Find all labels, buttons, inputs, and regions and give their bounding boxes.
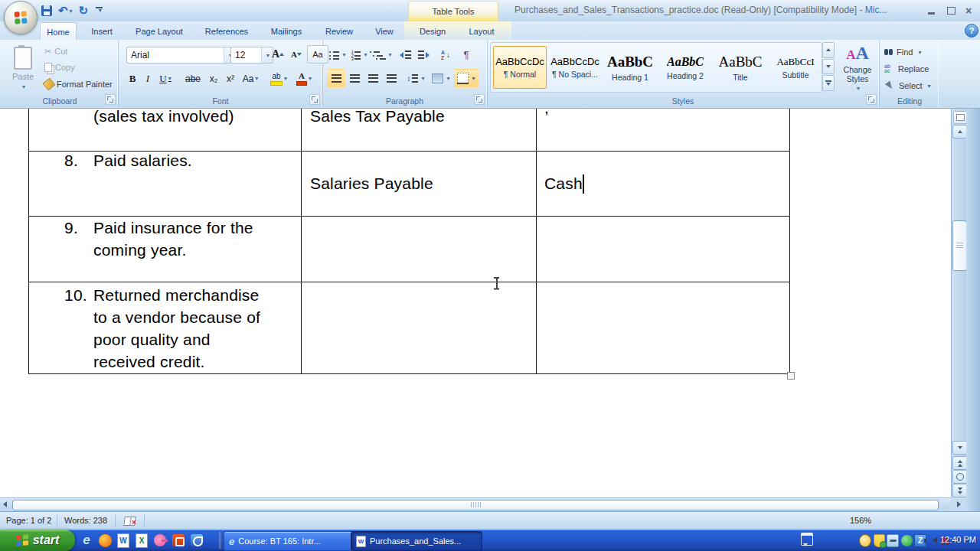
italic-button[interactable]: I: [141, 69, 155, 88]
customize-qat-button[interactable]: [94, 5, 104, 16]
subscript-button[interactable]: x₂: [205, 69, 222, 88]
view-ruler-button[interactable]: [953, 111, 967, 124]
thumb-grip-icon: [956, 243, 963, 249]
scroll-down-button[interactable]: [952, 441, 967, 455]
paragraph-dialog-launcher[interactable]: [474, 94, 485, 105]
horizontal-scrollbar[interactable]: [0, 497, 951, 510]
style-heading1[interactable]: AaBbC Heading 1: [603, 46, 657, 89]
shrink-font-button[interactable]: A: [287, 45, 305, 64]
font-color-button[interactable]: A: [292, 69, 315, 88]
superscript-button[interactable]: x²: [222, 69, 239, 88]
select-button[interactable]: Select: [884, 79, 931, 93]
tab-insert[interactable]: Insert: [81, 22, 122, 40]
sort-arrow-icon: ↓: [446, 51, 450, 59]
scroll-up-button[interactable]: [952, 125, 967, 139]
justify-button[interactable]: [382, 69, 400, 88]
redo-button[interactable]: ↻: [79, 4, 89, 18]
show-hide-paragraph-button[interactable]: ¶: [457, 45, 475, 64]
shading-button[interactable]: [430, 69, 452, 88]
bold-button[interactable]: B: [124, 69, 141, 88]
tab-view[interactable]: View: [368, 22, 401, 40]
style-title[interactable]: AaBbC Title: [714, 46, 767, 89]
styles-dialog-launcher[interactable]: [866, 94, 877, 105]
format-painter-button[interactable]: Format Painter: [44, 77, 113, 91]
style-subtitle[interactable]: AaBbCcI Subtitle: [769, 46, 822, 89]
minimize-button[interactable]: [925, 5, 937, 16]
quick-launch-ie-icon[interactable]: e: [78, 532, 95, 549]
align-right-button[interactable]: [364, 69, 382, 88]
horizontal-scroll-thumb[interactable]: [12, 500, 939, 510]
help-button[interactable]: ?: [965, 24, 978, 37]
vertical-scroll-thumb[interactable]: [952, 220, 967, 271]
tray-antivirus-icon[interactable]: [900, 534, 913, 546]
font-size-combobox[interactable]: 12: [230, 47, 273, 64]
tab-home[interactable]: Home: [40, 22, 77, 41]
align-left-button[interactable]: [327, 69, 345, 88]
replace-button[interactable]: Replace: [884, 62, 929, 76]
borders-button[interactable]: [454, 69, 479, 88]
word-count[interactable]: Words: 238: [64, 516, 107, 525]
find-button[interactable]: Find: [884, 45, 921, 59]
quick-launch-powerpoint-icon[interactable]: [170, 532, 187, 549]
style-normal[interactable]: AaBbCcDc ¶ Normal: [493, 46, 547, 89]
start-button[interactable]: start: [0, 530, 75, 551]
font-dialog-launcher[interactable]: [309, 94, 320, 105]
quick-launch-excel-icon[interactable]: X: [133, 532, 150, 549]
tray-key-icon[interactable]: [887, 534, 899, 546]
tray-security-shield-icon[interactable]: [873, 534, 885, 546]
save-button[interactable]: [41, 4, 52, 18]
previous-page-button[interactable]: [952, 456, 967, 470]
tray-messenger-icon[interactable]: [859, 534, 871, 546]
sort-button[interactable]: AZ ↓: [436, 45, 456, 64]
paste-button[interactable]: Paste: [5, 43, 41, 93]
document-page[interactable]: (sales tax involved) Sales Tax Payable ,…: [0, 109, 951, 497]
font-family-combobox[interactable]: Arial: [126, 47, 236, 64]
underline-button[interactable]: U: [155, 69, 176, 88]
next-page-button[interactable]: [952, 484, 967, 497]
grow-font-button[interactable]: A: [269, 45, 287, 64]
styles-scroll-up-button[interactable]: [822, 42, 835, 58]
cut-button[interactable]: ✂ Cut: [44, 44, 67, 58]
zoom-level[interactable]: 156%: [850, 516, 871, 525]
scroll-right-button[interactable]: [953, 500, 964, 508]
tab-design[interactable]: Design: [412, 22, 453, 40]
change-styles-button[interactable]: AA Change Styles: [838, 41, 877, 95]
vertical-scrollbar[interactable]: [951, 109, 967, 497]
close-button[interactable]: ×: [962, 5, 975, 16]
quick-launch-firefox-icon[interactable]: [96, 532, 113, 549]
tab-layout[interactable]: Layout: [459, 22, 504, 40]
office-button[interactable]: [4, 1, 38, 34]
numbering-button[interactable]: [348, 45, 370, 64]
scroll-left-button[interactable]: [3, 501, 7, 507]
change-case-button[interactable]: Aa: [239, 69, 262, 88]
quick-launch-key-icon[interactable]: [152, 532, 168, 549]
restore-button[interactable]: [945, 5, 957, 16]
tab-mailings[interactable]: Mailings: [263, 22, 309, 40]
tab-page-layout[interactable]: Page Layout: [129, 22, 190, 40]
page-indicator[interactable]: Page: 1 of 2: [6, 516, 51, 525]
style-heading2[interactable]: AaBbC Heading 2: [658, 46, 712, 89]
taskbar-button-word-active[interactable]: W Purchases_and_Sales...: [351, 531, 482, 551]
tray-caret-icon[interactable]: [803, 543, 808, 546]
align-center-button[interactable]: [345, 69, 364, 88]
tab-review[interactable]: Review: [317, 22, 361, 40]
clipboard-dialog-launcher[interactable]: [105, 94, 116, 105]
table-resize-handle[interactable]: [787, 372, 795, 380]
tab-references[interactable]: References: [196, 22, 257, 40]
copy-button[interactable]: Copy: [44, 60, 75, 74]
bullets-button[interactable]: [327, 45, 348, 64]
quick-launch-messenger-icon[interactable]: [188, 532, 205, 549]
decrease-indent-button[interactable]: [396, 45, 414, 64]
increase-indent-button[interactable]: [414, 45, 433, 64]
styles-more-button[interactable]: [822, 75, 835, 91]
style-no-spacing[interactable]: AaBbCcDc ¶ No Spaci...: [548, 46, 602, 89]
quick-launch-word-icon[interactable]: W: [115, 532, 132, 549]
styles-scroll-down-button[interactable]: [822, 59, 835, 75]
select-browse-object-button[interactable]: [952, 470, 967, 484]
line-spacing-button[interactable]: ↕: [403, 69, 428, 88]
highlight-button[interactable]: ab: [266, 69, 291, 88]
multilevel-list-button[interactable]: [370, 45, 391, 64]
taskbar-button-browser[interactable]: e Course: BT 165: Intr...: [224, 531, 355, 551]
strikethrough-button[interactable]: abe: [181, 69, 205, 88]
undo-button[interactable]: ↶: [58, 4, 73, 18]
